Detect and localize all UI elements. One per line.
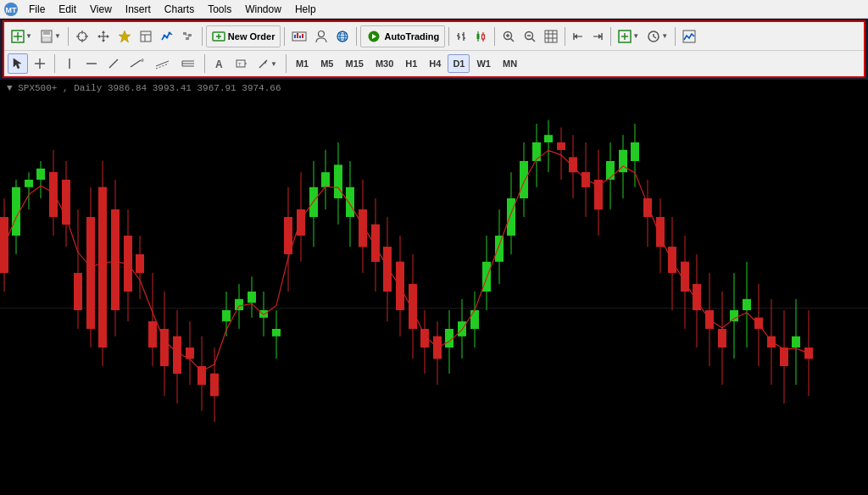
menu-window[interactable]: Window: [238, 2, 288, 17]
svg-line-93: [156, 64, 169, 69]
autotrading-icon: [366, 30, 381, 43]
menu-file[interactable]: File: [22, 2, 52, 17]
menu-view[interactable]: View: [83, 2, 119, 17]
menu-help[interactable]: Help: [288, 2, 323, 17]
sep7: [565, 27, 565, 46]
move-button[interactable]: [93, 25, 114, 47]
cursor-tool-button[interactable]: [8, 53, 28, 74]
template-button[interactable]: [136, 25, 156, 47]
fib-tool-button[interactable]: [176, 53, 200, 74]
scroll-right-button[interactable]: [588, 25, 607, 47]
indicators-icon: [160, 30, 174, 43]
diagonal-line-icon: [108, 58, 120, 70]
menu-charts[interactable]: Charts: [158, 2, 201, 17]
template-icon: [139, 30, 153, 43]
hline-tool-button[interactable]: [81, 53, 102, 74]
label-icon: T: [236, 58, 248, 70]
menu-insert[interactable]: Insert: [119, 2, 158, 17]
toolbar-bottom: ₴: [4, 51, 864, 76]
chart-info: ▼ SPX500+ , Daily 3986.84 3993.41 3967.9…: [7, 83, 281, 93]
history-button[interactable]: [288, 25, 310, 47]
svg-text:A: A: [215, 58, 223, 70]
tf-w1[interactable]: W1: [471, 54, 496, 73]
channel-tool-button[interactable]: [151, 53, 175, 74]
cross-icon: [34, 58, 46, 70]
sep4: [356, 27, 357, 46]
star-button[interactable]: [114, 25, 135, 47]
label-tool-button[interactable]: T: [231, 53, 252, 74]
clock-icon: [647, 30, 660, 43]
trend-price-icon: ₴: [130, 58, 145, 70]
menu-tools[interactable]: Tools: [201, 2, 238, 17]
fibonacci-icon: [181, 58, 196, 70]
text-tool-button[interactable]: A: [209, 53, 230, 74]
chart-sep: ,: [63, 83, 69, 93]
new-order-button[interactable]: New Order: [206, 25, 281, 47]
sep8: [610, 27, 611, 46]
tf-m5[interactable]: M5: [315, 54, 338, 73]
dropdown-arrow: ▼: [25, 32, 32, 40]
arrow-draw-icon: [258, 58, 270, 70]
toolbar-top: ▼ ▼: [4, 22, 864, 51]
add-indicator-button[interactable]: ▼: [615, 25, 643, 47]
scroll-left-button[interactable]: [569, 25, 587, 47]
svg-marker-19: [119, 31, 131, 42]
svg-rect-6: [43, 31, 50, 35]
svg-line-29: [185, 35, 188, 36]
diag-tool-button[interactable]: [103, 53, 124, 74]
add-indicator-icon: [618, 30, 632, 43]
crosshair-button[interactable]: [72, 25, 92, 47]
indicators-button[interactable]: [157, 25, 177, 47]
svg-text:MT: MT: [6, 6, 17, 14]
news-button[interactable]: [332, 25, 353, 47]
grid-icon: [544, 30, 558, 43]
chart-window-button[interactable]: [679, 25, 699, 47]
account-button[interactable]: [311, 25, 331, 47]
tf-h4[interactable]: H4: [424, 54, 446, 73]
chart-type-bar-button[interactable]: [453, 25, 471, 47]
new-chart-button[interactable]: ▼: [8, 25, 36, 47]
zoom-in-button[interactable]: [498, 25, 519, 47]
alerts-button[interactable]: ▼: [643, 25, 671, 47]
svg-line-90: [131, 60, 141, 67]
chart-area[interactable]: ▼ SPX500+ , Daily 3986.84 3993.41 3967.9…: [0, 80, 868, 495]
tf-d1[interactable]: D1: [448, 54, 470, 73]
objects-button[interactable]: [178, 25, 198, 47]
menu-edit[interactable]: Edit: [52, 2, 83, 17]
tf-h1[interactable]: H1: [400, 54, 422, 73]
arrow-draw-button[interactable]: ▼: [253, 53, 281, 74]
svg-marker-15: [97, 35, 100, 38]
zoom-out-icon: [523, 30, 537, 43]
svg-rect-83: [683, 31, 695, 42]
tf-m30[interactable]: M30: [370, 54, 398, 73]
svg-marker-13: [102, 31, 105, 33]
channel-icon: [155, 58, 170, 70]
chart-canvas[interactable]: [0, 80, 868, 495]
svg-rect-70: [545, 31, 557, 42]
zoom-out-button[interactable]: [520, 25, 540, 47]
cross-tool-button[interactable]: [30, 53, 50, 74]
autotrading-label: AutoTrading: [384, 31, 439, 42]
sep5: [448, 27, 449, 46]
chart-triangle: ▼: [7, 83, 18, 93]
chart-ohlc: 3986.84 3993.41 3967.91 3974.66: [108, 83, 281, 93]
chart-type-candle-button[interactable]: [472, 25, 491, 47]
chart-symbol: SPX500+: [18, 83, 57, 93]
sep3: [284, 27, 285, 46]
save-profile-button[interactable]: ▼: [36, 25, 64, 47]
svg-marker-14: [102, 40, 105, 42]
trend-price-tool-button[interactable]: ₴: [125, 53, 149, 74]
svg-rect-57: [482, 35, 485, 39]
candle-chart-icon: [476, 30, 487, 43]
vline-tool-button[interactable]: [59, 53, 80, 74]
new-order-icon: [212, 30, 225, 43]
svg-line-65: [532, 38, 536, 42]
tf-mn[interactable]: MN: [498, 54, 522, 73]
svg-point-25: [168, 31, 170, 34]
tf-m15[interactable]: M15: [340, 54, 368, 73]
grid-button[interactable]: [541, 25, 561, 47]
save-icon: [40, 30, 53, 43]
autotrading-button[interactable]: AutoTrading: [360, 25, 445, 47]
new-order-label: New Order: [228, 31, 275, 42]
tf-m1[interactable]: M1: [291, 54, 314, 73]
